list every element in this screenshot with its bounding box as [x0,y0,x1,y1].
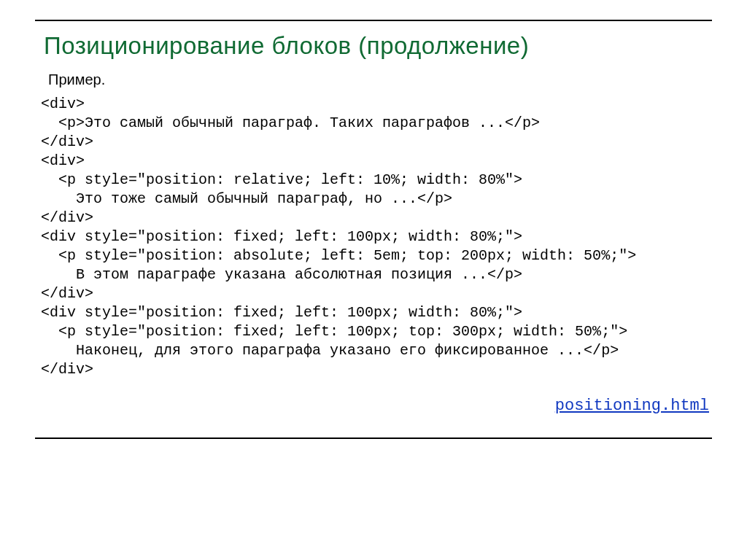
slide: Позиционирование блоков (продолжение) Пр… [0,0,747,560]
top-rule [35,20,712,21]
example-label: Пример. [48,71,105,88]
bottom-rule [35,438,712,439]
slide-title: Позиционирование блоков (продолжение) [44,32,529,60]
positioning-link[interactable]: positioning.html [555,397,709,415]
code-block: <div> <p>Это самый обычный параграф. Так… [41,95,718,379]
